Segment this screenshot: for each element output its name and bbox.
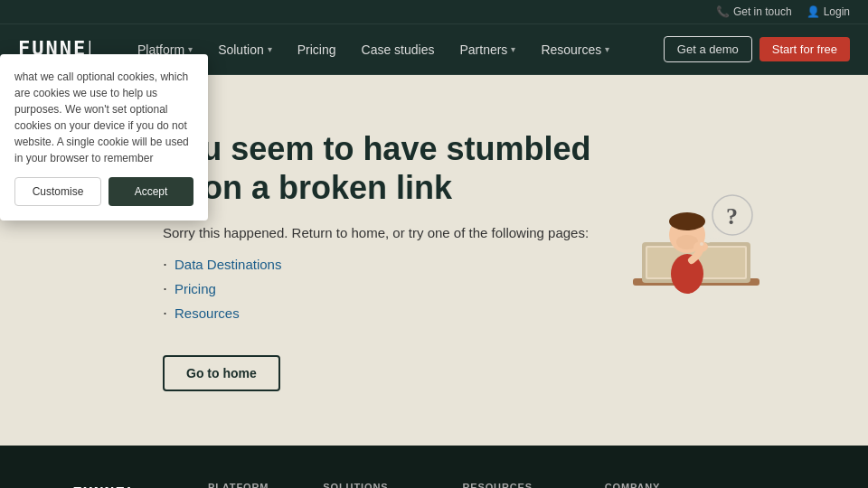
svg-point-14 — [700, 242, 703, 246]
nav-pricing[interactable]: Pricing — [287, 35, 347, 64]
svg-point-7 — [669, 212, 705, 230]
start-free-button[interactable]: Start for free — [760, 37, 850, 61]
footer-solutions-heading: SOLUTIONS — [323, 482, 408, 488]
user-icon: 👤 — [807, 5, 820, 18]
phone-icon: 📞 — [716, 5, 730, 18]
svg-point-13 — [705, 238, 711, 243]
nav-case-studies[interactable]: Case studies — [351, 35, 446, 64]
footer: FUNNEL PLATFORM Overview Data Hub Connec… — [0, 446, 868, 488]
accept-button[interactable]: Accept — [108, 177, 193, 206]
login-link[interactable]: 👤 Login — [807, 5, 850, 18]
cookie-text: what we call optional cookies, which are… — [14, 69, 193, 166]
top-bar: 📞 Get in touch 👤 Login — [0, 0, 868, 24]
footer-solutions-col: SOLUTIONS Digital Marketing Data Analysi… — [323, 482, 408, 488]
footer-resources-heading: RESOURCES — [462, 482, 550, 488]
get-demo-button[interactable]: Get a demo — [664, 36, 752, 62]
hero-illustration: ? — [597, 170, 796, 351]
go-home-button[interactable]: Go to home — [163, 355, 280, 391]
svg-text:?: ? — [726, 203, 738, 230]
cookie-buttons: Customise Accept — [14, 177, 193, 206]
nav-partners[interactable]: Partners ▾ — [448, 35, 526, 64]
cookie-banner: what we call optional cookies, which are… — [0, 54, 208, 221]
nav-resources[interactable]: Resources ▾ — [530, 35, 620, 64]
svg-point-5 — [671, 254, 703, 294]
footer-resources-col: RESOURCES Resources Library Blog Knowled… — [462, 482, 550, 488]
svg-text:FUNNEL: FUNNEL — [72, 483, 136, 488]
footer-company-col: COMPANY About us Contact Us Careers Priv… — [605, 482, 693, 488]
svg-point-12 — [712, 231, 720, 239]
footer-platform-col: PLATFORM Overview Data Hub Connectors De… — [208, 482, 269, 488]
pricing-link[interactable]: Pricing — [175, 281, 216, 296]
customise-button[interactable]: Customise — [14, 177, 101, 206]
get-in-touch-link[interactable]: 📞 Get in touch — [716, 5, 792, 18]
resources-link[interactable]: Resources — [175, 305, 240, 321]
data-destinations-link[interactable]: Data Destinations — [175, 257, 281, 272]
footer-platform-heading: PLATFORM — [208, 482, 269, 488]
footer-logo: FUNNEL — [72, 482, 136, 488]
footer-cols: PLATFORM Overview Data Hub Connectors De… — [208, 482, 796, 488]
nav-solution[interactable]: Solution ▾ — [207, 35, 283, 64]
nav-cta: Get a demo Start for free — [664, 36, 850, 62]
footer-top: FUNNEL PLATFORM Overview Data Hub Connec… — [72, 482, 796, 488]
footer-company-heading: COMPANY — [605, 482, 693, 488]
